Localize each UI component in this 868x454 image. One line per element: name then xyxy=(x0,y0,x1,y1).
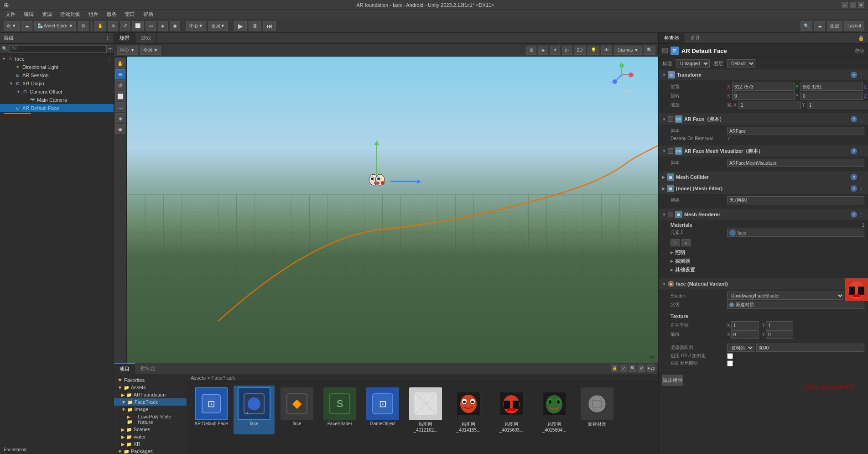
image-folder[interactable]: ▼ 📁 Image xyxy=(114,406,187,413)
hier-more-face[interactable]: ⋮ xyxy=(107,57,112,62)
favorites-item[interactable]: ★ Favorites xyxy=(114,376,187,384)
scale-link-icon[interactable]: ⛓ xyxy=(727,103,732,108)
asset-ar-default-face[interactable]: ⊡ AR Default Face xyxy=(191,386,232,434)
menu-file[interactable]: 文件 xyxy=(2,10,19,19)
shader-dropdown[interactable]: Davidwang/FaceShader xyxy=(727,292,844,300)
inspector-tab[interactable]: 检查器 xyxy=(659,33,685,43)
menu-gameobject[interactable]: 游戏对象 xyxy=(57,10,84,19)
asset-texture-face3[interactable]: 贴图网_4015604... xyxy=(534,386,575,434)
ar-face-mesh-script-field[interactable]: ARFaceMeshVisualizer xyxy=(727,159,864,167)
insp-transform-header[interactable]: ▼ ⊞ Transform ? ⋮ xyxy=(659,69,868,80)
hierarchy-item-directional-light[interactable]: ▶ ☀ Directional Light xyxy=(0,63,114,71)
hierarchy-item-main-camera[interactable]: ▶ 📷 Main Camera xyxy=(0,96,114,104)
offset-y-input[interactable] xyxy=(766,330,793,339)
rot-x-input[interactable] xyxy=(732,92,795,100)
lighting-header[interactable]: ▶ 照明 xyxy=(670,248,864,257)
tag-dropdown[interactable]: Untagged xyxy=(676,59,710,68)
mesh-renderer-enabled-cb[interactable] xyxy=(668,212,673,217)
insp-ar-face-header[interactable]: ▼ C# AR Face（脚本） ? ⋮ xyxy=(659,114,868,125)
ar-face-info-btn[interactable]: ? xyxy=(851,116,857,122)
mat-remove-btn[interactable]: - xyxy=(681,239,691,246)
ar-face-more-btn[interactable]: ⋮ xyxy=(858,116,864,122)
pause-btn[interactable]: ⏸ xyxy=(249,21,261,31)
menu-help[interactable]: 帮助 xyxy=(140,10,157,19)
hand-scene-tool[interactable]: ✋ xyxy=(115,58,125,68)
gizmo-btn2[interactable]: 👁 xyxy=(601,46,612,55)
double-sided-checkbox[interactable] xyxy=(727,360,733,366)
project-more-btn[interactable]: ★22 xyxy=(647,365,655,372)
transform-info-btn[interactable]: ? xyxy=(851,72,857,78)
menu-services[interactable]: 服务 xyxy=(103,10,120,19)
hand-tool[interactable]: ✋ xyxy=(94,21,106,31)
world-dropdown[interactable]: 全局▼ xyxy=(208,21,228,31)
mesh-filter-info-btn[interactable]: ? xyxy=(851,185,857,192)
scale-scene-tool[interactable]: ⬜ xyxy=(115,91,125,101)
render-queue-input[interactable] xyxy=(756,344,864,352)
hierarchy-item-ar-default-face[interactable]: ▶ ⊡ AR Default Face xyxy=(0,104,114,112)
mesh-renderer-info-btn[interactable]: ? xyxy=(851,211,857,218)
hierarchy-add-btn[interactable]: + xyxy=(109,46,112,52)
settings-project-btn[interactable]: ⚙ xyxy=(638,365,645,372)
hierarchy-menu-btn[interactable]: ⋮ xyxy=(105,35,110,41)
transform-more-btn[interactable]: ⋮ xyxy=(858,72,864,78)
layout-dropdown[interactable]: Layout xyxy=(844,21,864,31)
transform-tool[interactable]: ◈ xyxy=(158,21,168,31)
asset-store-btn[interactable]: 🏪 Asset Store ▼ xyxy=(34,21,77,31)
rotate-tool[interactable]: ↺ xyxy=(120,21,130,31)
scene-search[interactable]: 🔍 xyxy=(644,46,655,55)
scene-options-btn[interactable]: ⋮ xyxy=(646,33,658,43)
render-type-dropdown[interactable]: 透明的 xyxy=(727,344,754,352)
transform-scene-tool[interactable]: ◈ xyxy=(115,113,125,123)
move-scene-tool[interactable]: ⊕ xyxy=(115,69,125,79)
global-dropdown[interactable]: 全局 ▼ xyxy=(140,46,161,55)
persp-btn[interactable]: 2D xyxy=(574,46,586,55)
rect-tool[interactable]: ▭ xyxy=(146,21,156,31)
asset-texture-face1[interactable]: 贴图网_4014155... xyxy=(448,386,489,434)
assets-folder[interactable]: ▼ 📁 Assets xyxy=(114,384,187,391)
custom-tool[interactable]: ◉ xyxy=(170,21,180,31)
move-tool[interactable]: ⊕ xyxy=(108,21,118,31)
gizmos-dropdown[interactable]: Gizmos ▼ xyxy=(614,46,642,55)
search-project-btn[interactable]: 🔍 xyxy=(629,365,636,372)
layers-dropdown[interactable]: 图层 xyxy=(827,21,842,31)
probes-header[interactable]: ▶ 探测器 xyxy=(670,257,864,266)
mat-add-btn[interactable]: + xyxy=(670,239,680,246)
fx-btn[interactable]: ✦ xyxy=(550,46,560,55)
more-btn[interactable]: ▷ xyxy=(562,46,572,55)
hierarchy-search-input[interactable] xyxy=(9,45,107,52)
insp-ar-face-mesh-header[interactable]: ▼ C# AR Face Mesh Visualizer（脚本） ? ⋮ xyxy=(659,146,868,157)
ar-face-mesh-more-btn[interactable]: ⋮ xyxy=(858,148,864,154)
mesh-renderer-more-btn[interactable]: ⋮ xyxy=(858,211,864,218)
lock-btn[interactable]: 🔒 xyxy=(611,365,618,372)
pos-y-input[interactable] xyxy=(800,83,863,91)
scale-y-input[interactable] xyxy=(807,101,868,109)
grid-btn[interactable]: ⊞ xyxy=(526,46,536,55)
mesh-collider-info-btn[interactable]: ? xyxy=(851,174,857,180)
tiling-y-input[interactable] xyxy=(766,321,793,329)
asset-face-shader[interactable]: S FaceShader xyxy=(319,386,360,434)
scene-tab[interactable]: 场景 xyxy=(114,33,135,43)
wireframe-btn[interactable]: ◈ xyxy=(538,46,548,55)
rect-scene-tool[interactable]: ▭ xyxy=(115,102,125,112)
ar-face-mesh-enabled-cb[interactable] xyxy=(668,148,673,154)
custom-scene-tool[interactable]: ◉ xyxy=(115,124,125,134)
scale-x-input[interactable] xyxy=(738,101,801,109)
maximize-btn[interactable]: □ xyxy=(850,2,856,8)
packages-folder[interactable]: ▼ 📁 Packages xyxy=(114,448,187,454)
tiling-x-input[interactable] xyxy=(731,321,759,329)
lowpoly-folder[interactable]: ▶ 📁 Low-Poly Style Nature xyxy=(114,413,187,426)
rotate-scene-tool[interactable]: ↺ xyxy=(115,80,125,90)
menu-edit[interactable]: 编辑 xyxy=(20,10,37,19)
parent-field[interactable]: 新建材质 xyxy=(727,301,864,309)
gizmo-btn1[interactable]: 💡 xyxy=(587,46,599,55)
rot-y-input[interactable] xyxy=(800,92,863,100)
hierarchy-item-camera-offset[interactable]: ▼ ⊡ Camera Offset xyxy=(0,88,114,96)
cloud-btn[interactable]: ☁ xyxy=(21,21,32,31)
minimize-btn[interactable]: ─ xyxy=(842,2,848,8)
scene-object[interactable] xyxy=(365,173,388,190)
scenes-folder[interactable]: ▶ 📁 Scenes xyxy=(114,426,187,433)
game-tab[interactable]: 游戏 xyxy=(135,33,157,43)
menu-window[interactable]: 窗口 xyxy=(121,10,139,19)
step-btn[interactable]: ⏭ xyxy=(263,21,276,31)
insp-mesh-filter-header[interactable]: ▶ ▦ [none] (Mesh Filter) ? ⋮ xyxy=(659,183,868,194)
